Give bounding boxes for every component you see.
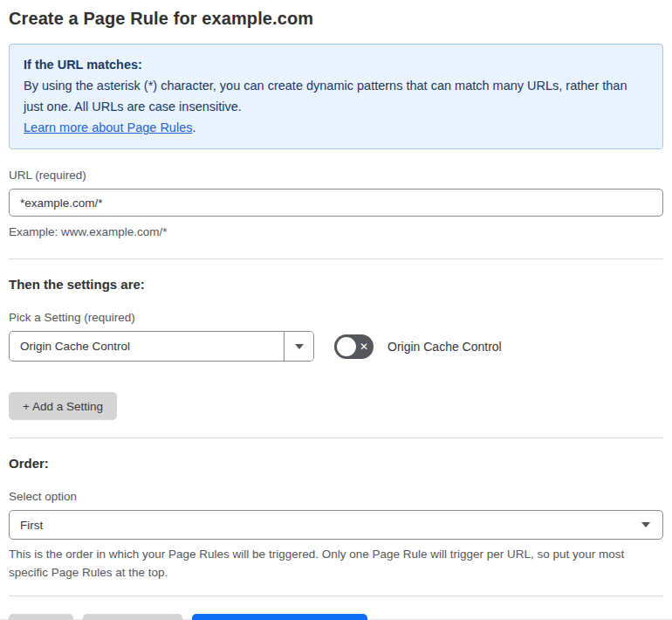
chevron-down-icon bbox=[295, 344, 304, 349]
info-box-link-line: Learn more about Page Rules. bbox=[24, 117, 648, 138]
divider bbox=[9, 258, 663, 259]
cancel-button[interactable]: Cancel bbox=[9, 614, 73, 620]
url-match-info-box: If the URL matches: By using the asteris… bbox=[9, 44, 663, 149]
setting-dropdown-arrow-button[interactable] bbox=[284, 332, 313, 361]
toggle-label: Origin Cache Control bbox=[387, 340, 502, 354]
divider bbox=[9, 596, 663, 596]
setting-dropdown-value: Origin Cache Control bbox=[10, 332, 284, 361]
divider bbox=[9, 437, 663, 438]
url-example-helper: Example: www.example.com/* bbox=[9, 223, 663, 241]
info-box-body: By using the asterisk (*) character, you… bbox=[24, 75, 648, 117]
setting-row: Origin Cache Control ✕ Origin Cache Cont… bbox=[9, 331, 663, 362]
footer-actions: Cancel Save as Draft Save and Deploy Pag… bbox=[9, 614, 663, 620]
order-select-label: Select option bbox=[9, 490, 663, 503]
toggle-off-x-icon: ✕ bbox=[360, 341, 368, 352]
toggle-knob bbox=[337, 337, 356, 356]
link-suffix: . bbox=[192, 121, 195, 134]
add-setting-button[interactable]: + Add a Setting bbox=[9, 392, 117, 420]
save-as-draft-button[interactable]: Save as Draft bbox=[83, 614, 182, 620]
pick-setting-label: Pick a Setting (required) bbox=[9, 311, 663, 324]
info-box-heading: If the URL matches: bbox=[24, 54, 648, 75]
save-and-deploy-button[interactable]: Save and Deploy Page Rule bbox=[192, 614, 368, 620]
chevron-down-icon bbox=[641, 522, 650, 527]
url-field-label: URL (required) bbox=[9, 169, 663, 182]
order-helper-text: This is the order in which your Page Rul… bbox=[9, 545, 663, 582]
order-section-heading: Order: bbox=[9, 456, 663, 471]
origin-cache-control-toggle[interactable]: ✕ bbox=[334, 334, 374, 359]
order-select-value: First bbox=[20, 519, 641, 532]
url-input[interactable] bbox=[9, 189, 663, 217]
order-select[interactable]: First bbox=[9, 510, 663, 540]
create-page-rule-form: Create a Page Rule for example.com If th… bbox=[0, 0, 672, 620]
settings-section-heading: Then the settings are: bbox=[9, 277, 663, 292]
learn-more-link[interactable]: Learn more about Page Rules bbox=[24, 121, 192, 134]
setting-dropdown[interactable]: Origin Cache Control bbox=[9, 331, 314, 362]
page-title: Create a Page Rule for example.com bbox=[9, 9, 663, 29]
